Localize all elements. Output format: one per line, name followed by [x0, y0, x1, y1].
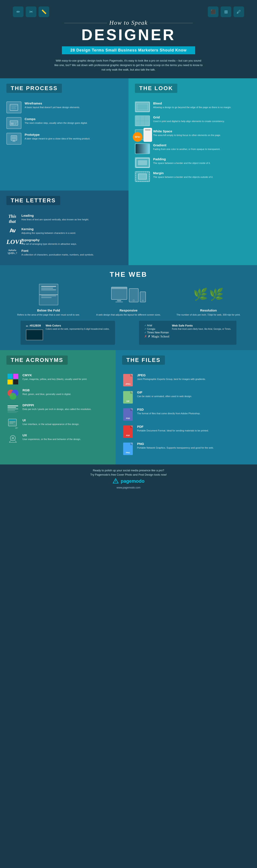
brand: pagemodo	[4, 478, 253, 485]
margin-icon	[135, 171, 150, 182]
header-icons: ✏ ✂ 📏 ⬛ ⊞ 🖊	[13, 6, 244, 17]
letter-item-font: AaAaAa!@#$%.,? Font A collection of char…	[6, 249, 122, 256]
brand-logo-icon	[112, 478, 119, 485]
svg-point-18	[9, 393, 16, 399]
footer-line1: Ready to polish up your social media pre…	[4, 469, 253, 472]
web-fonts-desc: Fonts that most users likely have, like …	[172, 328, 231, 330]
bleed-icon	[135, 101, 150, 112]
file-item-psd: PSD PSD The format of files that come di…	[122, 408, 251, 422]
footer: Ready to polish up your social media pre…	[0, 464, 257, 495]
ux-title: UX	[23, 433, 81, 437]
process-item-comps: Comps The next creative step, usually wh…	[6, 117, 122, 129]
psd-title: PSD	[137, 408, 200, 411]
whitespace-icon: 50%+	[135, 129, 150, 140]
deco-icons-left: ✏ ✂ 📏	[13, 6, 49, 17]
whitespace-text: White Space The area left empty to bring…	[153, 129, 221, 137]
leading-symbol: Thisthat	[6, 214, 18, 224]
whitespace-desc: The area left empty to bring focus to ot…	[153, 134, 221, 137]
look-item-whitespace: 50%+ White Space The area left empty to …	[135, 129, 251, 140]
png-icon: PNG	[122, 442, 134, 456]
crop-icon: ✂	[26, 6, 36, 17]
comps-icon	[6, 117, 22, 129]
leading-desc: How lines of text are spaced vertically,…	[22, 218, 89, 221]
ruler-icon: 📏	[39, 6, 49, 17]
deco-icons-right: ⬛ ⊞ 🖊	[208, 6, 244, 17]
bottom-row: THE ACRONYMS CMYK Cyan, magenta, yellow,…	[0, 350, 257, 464]
typography-symbol: LOVE	[6, 238, 18, 245]
grid-desc: Used in print and digital to help align …	[153, 120, 225, 123]
jpeg-icon: JPEG	[122, 373, 134, 387]
brush-icon: 🖊	[233, 6, 244, 17]
responsive-illustration	[95, 283, 162, 306]
prototype-text: Prototype A later stage meant to give a …	[25, 133, 90, 140]
letter-item-kerning: Av Kerning Adjusting the spacing between…	[6, 227, 122, 235]
header: ✏ ✂ 📏 ⬛ ⊞ 🖊 How to Speak DESIGNER 28 Des…	[0, 0, 257, 78]
svg-line-23	[15, 440, 16, 442]
leading-text: Leading How lines of text are spaced ver…	[22, 214, 89, 221]
margin-title: Margin	[153, 171, 213, 175]
padding-icon	[135, 157, 150, 168]
ui-icon: 25°	[6, 418, 19, 430]
font-arial: Arial	[144, 324, 170, 327]
grid-text: Grid Used in print and digital to help a…	[153, 116, 225, 123]
bleed-desc: Allowing a design to go beyond the edge …	[153, 106, 231, 109]
section-web: THE WEB	[0, 265, 257, 350]
wireframes-icon	[6, 101, 22, 113]
gif-text: GIF Can be static or animated, often use…	[137, 391, 192, 398]
acronym-ui: 25° UI User interface, or the actual app…	[6, 418, 109, 430]
files-title-wrap: THE FILES	[122, 355, 251, 369]
file-item-jpeg: JPEG JPEG Joint Photographic Experts Gro…	[122, 373, 251, 387]
web-item-responsive: Responsive A web design that adjusts the…	[95, 283, 162, 316]
svg-rect-7	[11, 123, 14, 125]
section-files: THE FILES JPEG JPEG Joint Photographic E…	[116, 350, 257, 464]
dpi-title: DPI/PPI	[23, 403, 91, 407]
rgb-text: RGB Red, green, and blue, generally used…	[23, 388, 71, 396]
web-colors-box: ✏ #012B39 Web Colors Colors used on the …	[21, 321, 115, 345]
png-title: PNG	[137, 442, 214, 445]
acronym-cmyk: CMYK Cyan, magenta, yellow, and key (bla…	[6, 373, 109, 385]
rgb-icon	[6, 388, 19, 400]
grid-title: Grid	[153, 116, 225, 119]
grid-icon: ⊞	[221, 6, 231, 17]
bleed-title: Bleed	[153, 101, 231, 105]
web-bottom: ✏ #012B39 Web Colors Colors used on the …	[8, 321, 249, 345]
gif-icon: GIF	[122, 391, 134, 404]
process-look-row: THE PROCESS Wireframes A basic layout th…	[0, 78, 257, 190]
pdf-desc: Portable Document Format. Ideal for send…	[137, 429, 209, 432]
section-letters: THE LETTERS Thisthat Leading How lines o…	[0, 190, 128, 265]
letter-item-typography: LOVE Typography The art of arranging typ…	[6, 238, 122, 246]
prototype-icon	[6, 133, 22, 145]
section-look: THE LOOK Bleed Allowing a design to go b…	[128, 78, 257, 190]
wireframes-text: Wireframes A basic layout that doesn't y…	[25, 101, 80, 109]
pdf-title: PDF	[137, 425, 209, 428]
padding-text: Padding The space between a border and t…	[153, 157, 211, 165]
file-item-gif: GIF GIF Can be static or animated, often…	[122, 391, 251, 404]
pdf-text: PDF Portable Document Format. Ideal for …	[137, 425, 209, 432]
brand-name: pagemodo	[120, 478, 144, 484]
look-item-margin: Margin The space between a border and th…	[135, 171, 251, 182]
bleed-text: Bleed Allowing a design to go beyond the…	[153, 101, 231, 109]
rgb-title: RGB	[23, 388, 71, 392]
gif-desc: Can be static or animated, often used in…	[137, 395, 192, 398]
jpeg-text: JPEG Joint Photographic Experts Group, b…	[137, 373, 206, 381]
color-hex: #012B39	[30, 324, 41, 327]
ui-title: UI	[23, 418, 79, 422]
cmyk-icon	[6, 373, 19, 385]
responsive-desc: A web design that adjusts the layout for…	[95, 313, 162, 316]
font-symbol: AaAaAa!@#$%.,?	[6, 249, 18, 255]
process-title: THE PROCESS	[6, 84, 62, 93]
gradient-desc: Fading from one color to another, or fro…	[153, 148, 220, 151]
resolution-illustration: 🌿 🌿	[175, 283, 242, 306]
belowfold-title: Below the Fold	[15, 309, 82, 312]
typography-text: Typography The art of arranging type ele…	[22, 238, 77, 246]
look-title: THE LOOK	[135, 84, 177, 93]
psd-desc: The format of files that come directly f…	[137, 412, 200, 415]
belowfold-illustration	[15, 283, 82, 306]
prototype-title: Prototype	[25, 133, 90, 136]
svg-rect-12	[12, 136, 16, 140]
acronym-ux: UX User experience, or the flow and beha…	[6, 433, 109, 445]
web-item-belowfold: Below the Fold Refers to the area of the…	[15, 283, 82, 316]
badge-50-text: 50%+	[135, 136, 141, 138]
acronyms-title: THE ACRONYMS	[6, 355, 68, 365]
web-items: Below the Fold Refers to the area of the…	[8, 283, 249, 316]
